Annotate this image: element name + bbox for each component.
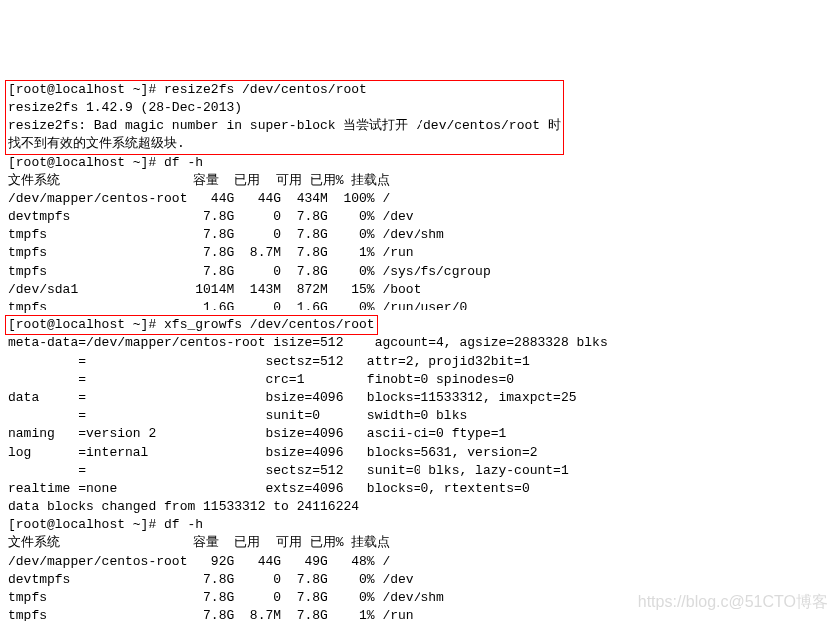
table-row: /dev/mapper/centos-root 44G 44G 434M 100… xyxy=(8,191,390,206)
output-line: log =internal bsize=4096 blocks=5631, ve… xyxy=(8,445,538,460)
output-line: = sunit=0 swidth=0 blks xyxy=(8,408,467,423)
prompt-line: [root@localhost ~]# df -h xyxy=(8,517,203,532)
table-row: tmpfs 7.8G 8.7M 7.8G 1% /run xyxy=(8,245,414,260)
table-row: devtmpfs 7.8G 0 7.8G 0% /dev xyxy=(8,572,414,587)
output-line: = sectsz=512 sunit=0 blks, lazy-count=1 xyxy=(8,463,569,478)
table-row: tmpfs 7.8G 0 7.8G 0% /sys/fs/cgroup xyxy=(8,264,491,279)
table-row: tmpfs 7.8G 0 7.8G 0% /dev/shm xyxy=(8,227,444,242)
table-row: tmpfs 1.6G 0 1.6G 0% /run/user/0 xyxy=(8,300,467,314)
table-header: 文件系统 容量 已用 可用 已用% 挂载点 xyxy=(8,535,390,550)
table-header: 文件系统 容量 已用 可用 已用% 挂载点 xyxy=(8,173,390,188)
output-line: naming =version 2 bsize=4096 ascii-ci=0 … xyxy=(8,426,506,441)
prompt-line: [root@localhost ~]# df -h xyxy=(8,155,203,170)
output-line: 找不到有效的文件系统超级块. xyxy=(8,136,185,151)
output-line: = sectsz=512 attr=2, projid32bit=1 xyxy=(8,354,530,369)
output-line: = crc=1 finobt=0 spinodes=0 xyxy=(8,372,514,387)
resize2fs-error-block: [root@localhost ~]# resize2fs /dev/cento… xyxy=(5,80,564,155)
output-line: realtime =none extsz=4096 blocks=0, rtex… xyxy=(8,481,530,496)
table-row: tmpfs 7.8G 8.7M 7.8G 1% /run xyxy=(8,608,414,621)
watermark: https://blog.c@51CTO博客 xyxy=(638,591,828,613)
table-row: devtmpfs 7.8G 0 7.8G 0% /dev xyxy=(8,209,414,224)
output-line: data = bsize=4096 blocks=11533312, imaxp… xyxy=(8,390,577,405)
table-row: tmpfs 7.8G 0 7.8G 0% /dev/shm xyxy=(8,590,444,605)
output-line: resize2fs: Bad magic number in super-blo… xyxy=(8,118,561,133)
table-row: /dev/mapper/centos-root 92G 44G 49G 48% … xyxy=(8,554,390,569)
output-line: resize2fs 1.42.9 (28-Dec-2013) xyxy=(8,100,242,115)
xfs-growfs-command-block: [root@localhost ~]# xfs_growfs /dev/cent… xyxy=(5,315,378,335)
table-row: /dev/sda1 1014M 143M 872M 15% /boot xyxy=(8,282,420,297)
prompt-line: [root@localhost ~]# resize2fs /dev/cento… xyxy=(8,82,367,97)
prompt-line: [root@localhost ~]# xfs_growfs /dev/cent… xyxy=(8,317,375,332)
output-line: meta-data=/dev/mapper/centos-root isize=… xyxy=(8,335,608,350)
output-line: data blocks changed from 11533312 to 241… xyxy=(8,499,359,514)
